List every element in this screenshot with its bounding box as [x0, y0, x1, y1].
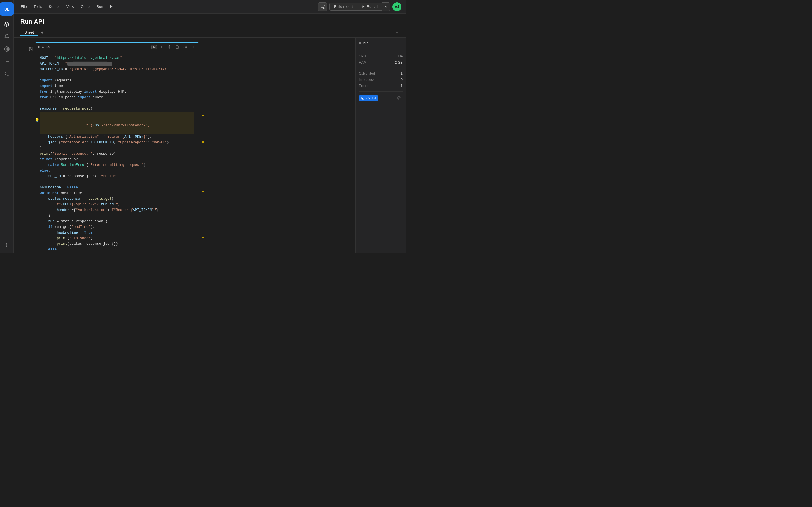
- svg-point-16: [323, 7, 324, 8]
- in-process-row: In process 0: [359, 78, 403, 82]
- cell-toolbar-right: AI +: [151, 44, 197, 50]
- code-line-highlight: 💡 f"{HOST}/api/run/v1/notebook",: [40, 112, 194, 134]
- svg-line-17: [322, 7, 323, 8]
- menu-file[interactable]: File: [18, 3, 30, 10]
- in-process-value: 0: [401, 78, 403, 82]
- app-logo[interactable]: DL: [0, 2, 13, 16]
- cpu-s-badge[interactable]: CPU S: [359, 96, 378, 101]
- ram-value: 2 GB: [395, 61, 403, 64]
- sidebar: DL: [0, 0, 13, 253]
- code-line: [40, 100, 194, 106]
- svg-marker-2: [4, 22, 9, 24]
- cpu-label: CPU: [359, 54, 366, 58]
- page-title: Run API: [20, 18, 399, 25]
- more-cell-button[interactable]: •••: [182, 44, 189, 50]
- code-line: ): [40, 213, 194, 219]
- menubar: File Tools Kernel View Code Run Help Bui…: [13, 0, 406, 13]
- menu-code[interactable]: Code: [78, 3, 93, 10]
- delete-cell-button[interactable]: [174, 44, 181, 50]
- run-dropdown-button[interactable]: [382, 2, 390, 11]
- code-line: NOTEBOOK_ID = "jbnL9fRbuGggepqAM18XPj/N4…: [40, 66, 194, 72]
- notebook-scroll-area[interactable]: [3] 45.6s: [13, 38, 355, 253]
- notebook-area: Run API Sheet + [3]: [13, 13, 406, 253]
- scroll-markers: [201, 42, 205, 249]
- code-line: while not hasEndTime:: [40, 190, 194, 196]
- idle-dot: [359, 42, 361, 44]
- code-line: import requests: [40, 78, 194, 83]
- code-line: ): [40, 145, 194, 151]
- sidebar-item-settings[interactable]: [2, 44, 12, 54]
- menu-kernel[interactable]: Kernel: [46, 3, 62, 10]
- svg-point-13: [6, 246, 7, 247]
- run-all-button[interactable]: Run all: [358, 3, 382, 11]
- cell-container: 45.6s AI +: [35, 42, 201, 249]
- scroll-marker-2: [202, 142, 204, 143]
- user-avatar[interactable]: AJ: [393, 2, 402, 11]
- menu-tools[interactable]: Tools: [31, 3, 45, 10]
- sidebar-item-layers[interactable]: [2, 19, 12, 29]
- code-line: else:: [40, 247, 194, 252]
- tabs-bar: Sheet +: [13, 27, 406, 38]
- cell-toolbar: 45.6s AI +: [35, 43, 199, 52]
- idle-label: Idle: [363, 41, 368, 45]
- svg-marker-19: [362, 5, 364, 8]
- cell-number: [3]: [18, 42, 35, 249]
- code-line: print('Submit response: ', response): [40, 151, 194, 157]
- status-idle: Idle: [359, 41, 403, 45]
- code-line: API_TOKEN = "████████████████": [40, 61, 194, 66]
- add-cell-button[interactable]: +: [158, 44, 165, 50]
- code-line: raise RuntimeError("Error submitting req…: [40, 162, 194, 168]
- code-cell[interactable]: 45.6s AI +: [35, 42, 199, 253]
- code-line: print(status_response.json()): [40, 241, 194, 247]
- code-line: [40, 72, 194, 78]
- tab-sheet[interactable]: Sheet: [20, 29, 38, 36]
- sidebar-item-notifications[interactable]: [2, 32, 12, 42]
- svg-text:DL: DL: [4, 7, 10, 11]
- section-divider-3: [359, 91, 403, 92]
- collapse-cell-button[interactable]: [190, 44, 197, 50]
- svg-rect-27: [399, 98, 401, 100]
- hint-bulb-icon: 💡: [35, 117, 40, 123]
- errors-row: Errors 1: [359, 84, 403, 88]
- code-line: headers={"Authorization": f"Bearer {API_…: [40, 207, 194, 213]
- code-line: from IPython.display import display, HTM…: [40, 89, 194, 95]
- build-report-button[interactable]: Build report: [329, 3, 357, 11]
- code-line: json={"notebookId": NOTEBOOK_ID, "update…: [40, 140, 194, 145]
- page-header: Run API: [13, 13, 406, 27]
- sidebar-item-list[interactable]: [2, 56, 12, 66]
- menu-items: File Tools Kernel View Code Run Help: [18, 3, 318, 10]
- share-button[interactable]: [318, 2, 327, 11]
- in-process-label: In process: [359, 78, 374, 82]
- cell-run-button[interactable]: 45.6s: [38, 45, 50, 49]
- errors-label: Errors: [359, 84, 368, 88]
- menubar-right: Build report Run all AJ: [318, 2, 402, 11]
- add-tab-button[interactable]: +: [39, 29, 46, 36]
- main-area: File Tools Kernel View Code Run Help Bui…: [13, 0, 406, 253]
- code-line: status_response = requests.get(: [40, 196, 194, 202]
- cell-run-time: 45.6s: [42, 45, 50, 49]
- code-line: response = requests.post(: [40, 106, 194, 112]
- code-line: from urllib.parse import quote: [40, 95, 194, 100]
- code-content[interactable]: HOST = "https://datalore.jetbrains.com" …: [35, 52, 199, 253]
- code-line: if not response.ok:: [40, 157, 194, 162]
- cpu-s-label: CPU S: [366, 97, 376, 100]
- menu-help[interactable]: Help: [107, 3, 120, 10]
- scroll-marker-4: [202, 237, 204, 238]
- code-line: hasEndTime = False: [40, 185, 194, 190]
- menu-run[interactable]: Run: [94, 3, 106, 10]
- section-divider-2: [359, 68, 403, 68]
- section-divider: [359, 51, 403, 51]
- code-line: headers={"Authorization": f"Bearer {API_…: [40, 134, 194, 140]
- tabs-chevron-icon[interactable]: [395, 30, 399, 36]
- sidebar-item-braces[interactable]: [2, 69, 12, 79]
- scroll-marker-1: [202, 115, 204, 116]
- errors-value: 1: [401, 84, 403, 88]
- menu-view[interactable]: View: [63, 3, 77, 10]
- copy-button[interactable]: [396, 95, 403, 102]
- move-cell-button[interactable]: [166, 44, 173, 50]
- sidebar-item-more[interactable]: [2, 240, 12, 250]
- ai-button[interactable]: AI: [151, 45, 157, 49]
- code-line: [40, 179, 194, 185]
- calculated-row: Calculated 1: [359, 71, 403, 75]
- code-line: else:: [40, 168, 194, 173]
